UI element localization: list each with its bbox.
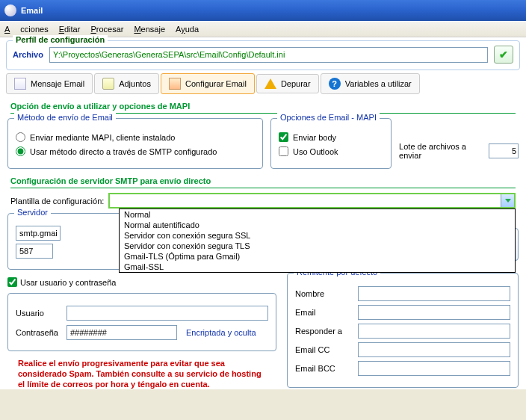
responder-input[interactable] (358, 324, 510, 339)
menu-ayuda[interactable]: Ayuda (176, 25, 199, 34)
config-path-input[interactable] (49, 47, 488, 63)
opt-ssl[interactable]: Servidor con conexión segura SSL (120, 230, 515, 241)
archivo-label: Archivo (13, 50, 43, 59)
radio-smtp[interactable] (16, 146, 25, 156)
tab-variables[interactable]: ? Variables a utilizar (321, 73, 420, 94)
radio-mapi[interactable] (16, 132, 25, 142)
window-title: Email (21, 6, 43, 15)
plantilla-row: Plantilla de configuración: Normal Norma… (10, 193, 516, 209)
bcc-input[interactable] (358, 361, 510, 376)
responder-label: Responder a (295, 327, 353, 336)
servidor-legend: Servidor (14, 208, 51, 217)
lote-label: Lote de archivos a enviar (399, 142, 484, 160)
nombre-label: Nombre (295, 289, 353, 298)
opt-gmail-ssl[interactable]: Gmail-SSL (120, 262, 515, 272)
smtp-host-input[interactable] (16, 226, 61, 241)
menu-mensaje[interactable]: Mensaje (134, 25, 165, 34)
tab-mensaje-email[interactable]: Mensaje Email (6, 73, 93, 94)
tab-depurar-label: Depurar (281, 79, 311, 88)
opt-normal-auth[interactable]: Normal autentificado (120, 220, 515, 230)
chevron-down-icon[interactable] (501, 194, 514, 207)
tab-adjuntos[interactable]: Adjuntos (94, 73, 159, 94)
app-icon (4, 4, 16, 16)
opt-gmail-tls[interactable]: Gmail-TLS (Óptima para Gmail) (120, 251, 515, 262)
tab-configurar-label: Configurar Email (185, 79, 247, 88)
spam-warning: Realice el envío progresivamente para ev… (18, 359, 266, 389)
contrasena-input[interactable] (66, 325, 177, 340)
profile-group: Perfíl de configuración Archivo ✔ (6, 40, 520, 70)
radio-mapi-label: Enviar mediante MAPI, cliente instalado (30, 133, 175, 142)
lote-input[interactable] (489, 143, 519, 158)
tab-variables-label: Variables a utilizar (345, 79, 412, 88)
warning-icon (264, 78, 276, 89)
tab-depurar[interactable]: Depurar (256, 74, 319, 93)
help-icon: ? (329, 78, 341, 90)
usuario-input[interactable] (66, 306, 268, 321)
cc-label: Email CC (295, 345, 353, 354)
section-mapi-title: Opción de envío a utilizar y opciones de… (10, 102, 516, 114)
section-smtp-title: Configuración de servidor SMTP para enví… (10, 176, 516, 188)
contrasena-label: Contraseña (16, 328, 62, 337)
plantilla-combo[interactable] (108, 193, 516, 209)
opt-tls[interactable]: Servidor con conexión segura TLS (120, 241, 515, 251)
menu-acciones[interactable]: Acciones (4, 25, 49, 34)
cred-note: Encriptada y oculta (186, 328, 256, 337)
fieldset-credentials: Usuario Contraseña Encriptada y oculta (7, 293, 276, 351)
window-titlebar: Email (0, 0, 526, 21)
checkbox-uso-outlook[interactable] (279, 146, 288, 156)
fieldset-remitente: Remitente por defecto Nombre Email Respo… (287, 273, 519, 388)
plantilla-label: Plantilla de configuración: (10, 197, 104, 206)
mapi-opts-legend: Opciones de Email - MAPI (277, 113, 380, 122)
confirm-button[interactable]: ✔ (494, 46, 513, 64)
menu-procesar[interactable]: Procesar (90, 25, 123, 34)
smtp-port-input[interactable] (16, 244, 53, 259)
fieldset-mapi-opts: Opciones de Email - MAPI Enviar body Uso… (270, 118, 392, 169)
tab-mensaje-label: Mensaje Email (31, 79, 84, 88)
metodo-legend: Método de envío de Email (14, 113, 116, 122)
opt-normal[interactable]: Normal (120, 209, 515, 220)
wrench-icon (169, 78, 181, 90)
menu-editar[interactable]: Editar (59, 25, 81, 34)
lote-row: Lote de archivos a enviar (399, 142, 519, 160)
tab-adjuntos-label: Adjuntos (119, 79, 151, 88)
attachment-icon (102, 78, 114, 90)
tabbar: Mensaje Email Adjuntos Configurar Email … (6, 73, 520, 94)
fieldset-metodo-envio: Método de envío de Email Enviar mediante… (7, 118, 263, 169)
checkbox-usar-usuario-label: Usar usuario y contraseña (20, 278, 116, 287)
cc-input[interactable] (358, 342, 510, 357)
bcc-label: Email BCC (295, 364, 353, 373)
usuario-label: Usuario (16, 309, 62, 318)
radio-smtp-label: Usar método directo a través de SMTP con… (30, 147, 217, 156)
nombre-input[interactable] (358, 286, 510, 301)
mail-icon (14, 78, 26, 90)
tab-configurar-email[interactable]: Configurar Email (161, 73, 255, 94)
email-input[interactable] (358, 305, 510, 320)
checkbox-enviar-body[interactable] (279, 132, 288, 142)
checkbox-uso-outlook-label: Uso Outlook (293, 147, 338, 156)
email-label: Email (295, 308, 353, 317)
checkbox-usar-usuario[interactable] (7, 277, 17, 287)
profile-legend: Perfíl de configuración (13, 35, 108, 44)
checkbox-enviar-body-label: Enviar body (293, 133, 336, 142)
plantilla-dropdown: Normal Normal autentificado Servidor con… (119, 209, 516, 273)
